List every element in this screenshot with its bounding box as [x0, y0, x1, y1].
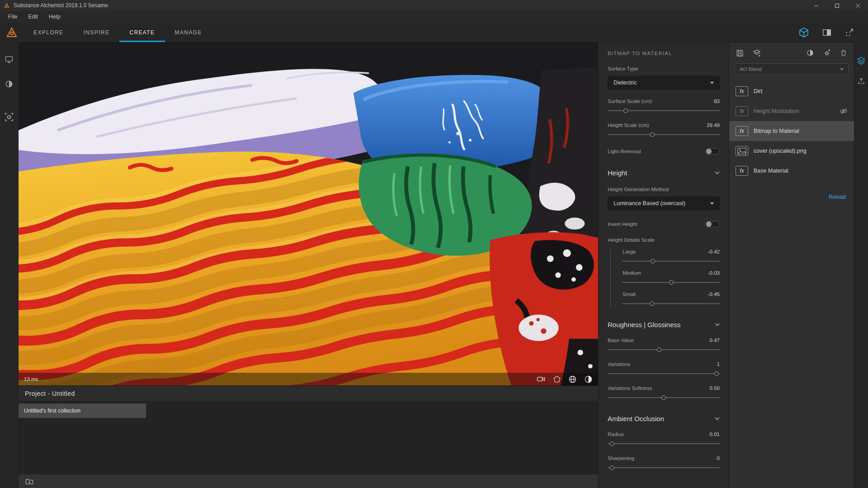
properties-header: BITMAP TO MATERIAL: [608, 51, 720, 56]
properties-panel: BITMAP TO MATERIAL Surface Type Dielectr…: [598, 42, 729, 488]
project-title: Project - Untitled: [19, 385, 598, 401]
split-view-icon[interactable]: [822, 28, 832, 38]
mask-icon[interactable]: [806, 49, 814, 57]
radius-value[interactable]: 0.01: [710, 432, 720, 437]
base-value-value[interactable]: 0.47: [710, 338, 720, 343]
slider-handle[interactable]: [610, 441, 614, 446]
detail-medium-value[interactable]: -0.03: [708, 270, 720, 276]
surface-type-label: Surface Type: [608, 66, 720, 71]
layers-panel-icon[interactable]: [857, 56, 866, 65]
detail-medium-slider[interactable]: [623, 280, 720, 285]
menu-help[interactable]: Help: [43, 11, 66, 23]
visibility-off-icon[interactable]: [840, 107, 848, 115]
viewport-status-bar: 13 ms: [19, 373, 598, 385]
chevron-down-icon: [715, 171, 720, 174]
sharpening-slider[interactable]: [608, 465, 720, 470]
radius-slider[interactable]: [608, 441, 720, 446]
layer-item-dirt[interactable]: fx Dirt: [729, 81, 854, 101]
layer-list: fx Dirt fx Height Modulation fx Bitmap t…: [729, 81, 854, 181]
height-section-header[interactable]: Height: [608, 169, 720, 177]
main-navbar: EXPLORE INSPIRE CREATE MANAGE: [0, 23, 868, 42]
slider-handle[interactable]: [657, 347, 661, 352]
base-value-label: Base Value: [608, 338, 634, 343]
roughness-section-title: Roughness | Glossiness: [608, 321, 680, 328]
shape-icon[interactable]: [553, 375, 561, 383]
export-icon[interactable]: [844, 28, 854, 38]
height-method-select[interactable]: Luminance Based (overcast): [608, 197, 720, 210]
display-icon[interactable]: [5, 55, 14, 64]
layer-item-height-modulation[interactable]: fx Height Modulation: [729, 101, 854, 121]
fx-icon: fx: [736, 166, 748, 176]
camera-icon[interactable]: [537, 375, 546, 384]
material-ball-icon[interactable]: [5, 80, 14, 89]
save-icon[interactable]: [736, 49, 744, 57]
delete-icon[interactable]: [840, 49, 848, 57]
layer-item-bitmap-to-material[interactable]: fx Bitmap to Material: [729, 121, 854, 141]
surface-type-select[interactable]: Dielectric: [608, 76, 720, 89]
layer-item-cover-image[interactable]: cover (upscaled).png: [729, 141, 854, 161]
roughness-section-header[interactable]: Roughness | Glossiness: [608, 321, 720, 328]
add-layer-icon[interactable]: [752, 48, 761, 57]
slider-handle[interactable]: [714, 371, 719, 376]
light-removal-toggle[interactable]: [705, 148, 720, 155]
blend-mode-select[interactable]: AO Blend: [735, 63, 849, 75]
height-method-label: Height Generation Method: [608, 187, 720, 192]
menu-file[interactable]: File: [3, 11, 23, 23]
slider-handle[interactable]: [623, 108, 628, 113]
add-collection-button[interactable]: [25, 477, 34, 486]
window-title: Substance Alchemist 2019.1.0 Sesame: [14, 2, 108, 9]
surface-scale-value[interactable]: 83: [714, 99, 720, 104]
blend-mode-value: AO Blend: [740, 66, 762, 72]
variations-softness-slider[interactable]: [608, 395, 720, 400]
alchemist-logo[interactable]: [0, 23, 24, 42]
variations-slider[interactable]: [608, 371, 720, 376]
render-timer-icon[interactable]: [584, 375, 593, 384]
detail-small-slider[interactable]: [623, 301, 720, 306]
maximize-button[interactable]: [826, 0, 847, 11]
globe-icon[interactable]: [568, 375, 577, 384]
sharpening-value[interactable]: 0: [717, 455, 720, 461]
variations-value[interactable]: 1: [717, 361, 720, 367]
detail-large-slider[interactable]: [623, 258, 720, 264]
export-up-icon[interactable]: [857, 77, 865, 85]
tab-manage[interactable]: MANAGE: [165, 23, 212, 42]
slider-handle[interactable]: [650, 132, 655, 137]
height-details-group: Large -0.42 Medium -0.03: [610, 249, 720, 306]
variations-softness-label: Variations Softness: [608, 385, 652, 391]
ambient-occlusion-title: Ambient Occlusion: [608, 415, 664, 422]
slider-track: [608, 349, 720, 350]
slider-handle[interactable]: [650, 301, 654, 306]
height-scale-value[interactable]: 29.49: [707, 122, 720, 128]
base-value-slider[interactable]: [608, 347, 720, 352]
material-render: [19, 42, 598, 385]
ambient-occlusion-section-header[interactable]: Ambient Occlusion: [608, 415, 720, 422]
variations-softness-value[interactable]: 0.50: [710, 385, 720, 391]
tab-explore[interactable]: EXPLORE: [24, 23, 74, 42]
collection-item[interactable]: Untitled's first collection: [19, 404, 146, 418]
slider-handle[interactable]: [669, 280, 674, 285]
surface-scale-slider[interactable]: [608, 108, 720, 113]
slider-handle[interactable]: [610, 465, 614, 470]
layer-item-base-material[interactable]: fx Base Material: [729, 161, 854, 181]
invert-height-toggle[interactable]: [705, 221, 720, 227]
slider-handle[interactable]: [651, 259, 655, 263]
detail-small-value[interactable]: -0.45: [708, 291, 720, 297]
environment-settings-icon[interactable]: [4, 112, 14, 122]
surface-type-value: Dielectric: [613, 80, 637, 86]
nav-tabs: EXPLORE INSPIRE CREATE MANAGE: [24, 23, 212, 42]
render-time: 13 ms: [24, 376, 38, 382]
slider-handle[interactable]: [661, 395, 666, 400]
titlebar: Substance Alchemist 2019.1.0 Sesame: [0, 0, 868, 11]
tab-inspire[interactable]: INSPIRE: [74, 23, 120, 42]
3d-viewport[interactable]: 13 ms: [19, 42, 598, 385]
settings-gear-icon[interactable]: [822, 48, 831, 57]
menu-edit[interactable]: Edit: [23, 11, 43, 23]
close-button[interactable]: [847, 0, 868, 11]
cube-3d-view-icon[interactable]: [798, 27, 809, 38]
minimize-button[interactable]: [806, 0, 826, 11]
tab-create[interactable]: CREATE: [119, 23, 165, 42]
detail-large-value[interactable]: -0.42: [708, 249, 720, 254]
height-scale-slider[interactable]: [608, 132, 720, 137]
fx-icon: fx: [736, 86, 748, 96]
reload-link[interactable]: Reload: [829, 194, 846, 200]
